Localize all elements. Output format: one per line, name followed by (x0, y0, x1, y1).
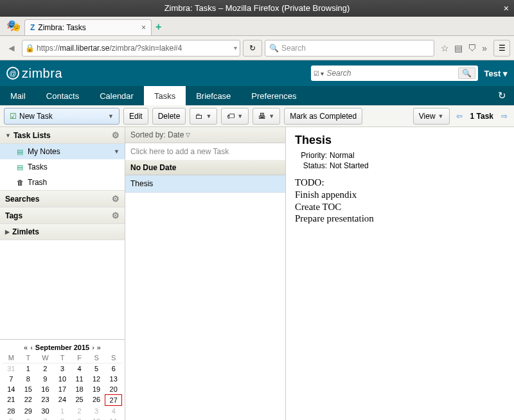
chevron-down-icon[interactable]: ▼ (108, 113, 114, 119)
cal-day[interactable]: 18 (71, 384, 88, 394)
cal-day[interactable]: 14 (3, 384, 20, 394)
cal-day[interactable]: 15 (20, 384, 37, 394)
cal-day[interactable]: 4 (105, 406, 122, 416)
next-task-button[interactable]: ⇨ (499, 112, 510, 121)
cal-day[interactable]: 3 (54, 363, 71, 374)
new-task-button[interactable]: ☑ New Task ▼ (4, 108, 120, 125)
cal-day[interactable]: 20 (105, 384, 122, 394)
shield-icon[interactable]: ⛉ (468, 43, 477, 53)
cal-day[interactable]: 21 (3, 394, 20, 406)
cal-day[interactable]: 10 (88, 416, 105, 420)
cal-day[interactable]: 5 (88, 363, 105, 374)
cal-day[interactable]: 13 (105, 374, 122, 384)
tab-close-icon[interactable]: × (141, 23, 146, 32)
gear-icon[interactable]: ⚙ (112, 211, 120, 220)
bookmark-star-icon[interactable]: ☆ (441, 43, 449, 53)
cal-day[interactable]: 11 (71, 374, 88, 384)
cal-day[interactable]: 31 (3, 363, 20, 374)
cal-day[interactable]: 27 (105, 394, 122, 406)
task-row[interactable]: Thesis (125, 175, 285, 193)
cal-day[interactable]: 9 (71, 416, 88, 420)
new-tab-button[interactable]: + (155, 21, 161, 33)
cal-day[interactable]: 4 (71, 363, 88, 374)
task-list-sorter[interactable]: Sorted by: Date ▽ (125, 127, 285, 143)
cal-day[interactable]: 25 (71, 394, 88, 406)
cal-day[interactable]: 6 (105, 363, 122, 374)
cal-day[interactable]: 28 (3, 406, 20, 416)
tags-header[interactable]: Tags⚙ (0, 207, 125, 224)
sidebar-item-tasks[interactable]: ▤ Tasks (0, 159, 125, 175)
cal-day[interactable]: 12 (88, 374, 105, 384)
zimbra-search-input[interactable] (326, 69, 457, 78)
cal-day[interactable]: 2 (37, 363, 54, 374)
chevron-down-icon[interactable]: ▼ (114, 148, 120, 155)
cal-prev-month-button[interactable]: ‹ (30, 344, 33, 351)
reload-button[interactable]: ↻ (243, 40, 262, 57)
view-button[interactable]: View ▼ (413, 108, 450, 125)
zimlets-header[interactable]: ▶Zimlets (0, 224, 125, 240)
gear-icon[interactable]: ⚙ (112, 194, 120, 204)
cal-day[interactable]: 16 (37, 384, 54, 394)
task-lists-header[interactable]: ▼ Task Lists ⚙ (0, 127, 125, 144)
hamburger-menu-button[interactable]: ☰ (493, 40, 510, 57)
cal-day[interactable]: 30 (37, 406, 54, 416)
tab-mail[interactable]: Mail (0, 86, 36, 105)
cal-day[interactable]: 23 (37, 394, 54, 406)
cal-day[interactable]: 1 (54, 406, 71, 416)
cal-day[interactable]: 26 (88, 394, 105, 406)
browser-tab[interactable]: Z Zimbra: Tasks × (24, 19, 152, 35)
reader-icon[interactable]: ▤ (454, 43, 463, 53)
delete-button[interactable]: Delete (152, 108, 186, 125)
cal-day[interactable]: 8 (20, 374, 37, 384)
tab-preferences[interactable]: Preferences (241, 86, 306, 105)
sidebar-item-my-notes[interactable]: ▤ My Notes ▼ (0, 144, 125, 159)
browser-search-input[interactable]: 🔍 Search (265, 40, 434, 57)
back-button[interactable]: ◄ (4, 40, 19, 56)
gear-icon[interactable]: ⚙ (112, 130, 120, 140)
cal-day[interactable]: 9 (37, 374, 54, 384)
tab-contacts[interactable]: Contacts (36, 86, 89, 105)
cal-day[interactable]: 5 (3, 416, 20, 420)
search-submit-icon[interactable]: 🔍 (458, 67, 475, 79)
overflow-icon[interactable]: » (482, 43, 487, 53)
cal-day[interactable]: 6 (20, 416, 37, 420)
lock-icon: 🔒 (25, 44, 35, 53)
cal-next-year-button[interactable]: » (97, 344, 101, 351)
mark-completed-button[interactable]: Mark as Completed (284, 108, 362, 125)
sidebar-item-trash[interactable]: 🗑 Trash (0, 175, 125, 190)
search-scope-icon[interactable]: ☑ ▾ (314, 70, 324, 77)
cal-day[interactable]: 24 (54, 394, 71, 406)
tab-briefcase[interactable]: Briefcase (186, 86, 241, 105)
cal-day[interactable]: 29 (20, 406, 37, 416)
tab-calendar[interactable]: Calendar (89, 86, 144, 105)
tag-action-button[interactable]: 🏷▼ (221, 108, 249, 125)
cal-day[interactable]: 7 (37, 416, 54, 420)
zimbra-search-box[interactable]: ☑ ▾ 🔍 (311, 66, 478, 81)
user-menu[interactable]: Test ▾ (484, 69, 508, 78)
cal-day[interactable]: 11 (105, 416, 122, 420)
searches-header[interactable]: Searches⚙ (0, 191, 125, 207)
prev-task-button[interactable]: ⇦ (454, 112, 465, 121)
cal-day[interactable]: 19 (88, 384, 105, 394)
cal-day[interactable]: 7 (3, 374, 20, 384)
cal-day[interactable]: 2 (71, 406, 88, 416)
cal-day[interactable]: 8 (54, 416, 71, 420)
refresh-button[interactable]: ↻ (490, 86, 514, 105)
print-button[interactable]: 🖶▼ (253, 108, 280, 125)
tab-tasks[interactable]: Tasks (144, 86, 186, 105)
cal-day[interactable]: 3 (88, 406, 105, 416)
url-bar[interactable]: 🔒 https://mail.libertar.se/zimbra/?skin=… (22, 40, 240, 57)
url-dropdown-icon[interactable]: ▾ (234, 44, 237, 51)
zimbra-logo[interactable]: @ zimbra (6, 66, 62, 81)
cal-day[interactable]: 22 (20, 394, 37, 406)
edit-button[interactable]: Edit (123, 108, 148, 125)
cal-day[interactable]: 1 (20, 363, 37, 374)
cal-dow: T (20, 353, 37, 363)
add-task-hint[interactable]: Click here to add a new Task (125, 143, 285, 161)
cal-prev-year-button[interactable]: « (24, 344, 28, 351)
cal-next-month-button[interactable]: › (92, 344, 94, 351)
cal-day[interactable]: 10 (54, 374, 71, 384)
folder-action-button[interactable]: 🗀▼ (190, 108, 217, 125)
cal-day[interactable]: 17 (54, 384, 71, 394)
window-close-button[interactable]: × (504, 0, 509, 17)
